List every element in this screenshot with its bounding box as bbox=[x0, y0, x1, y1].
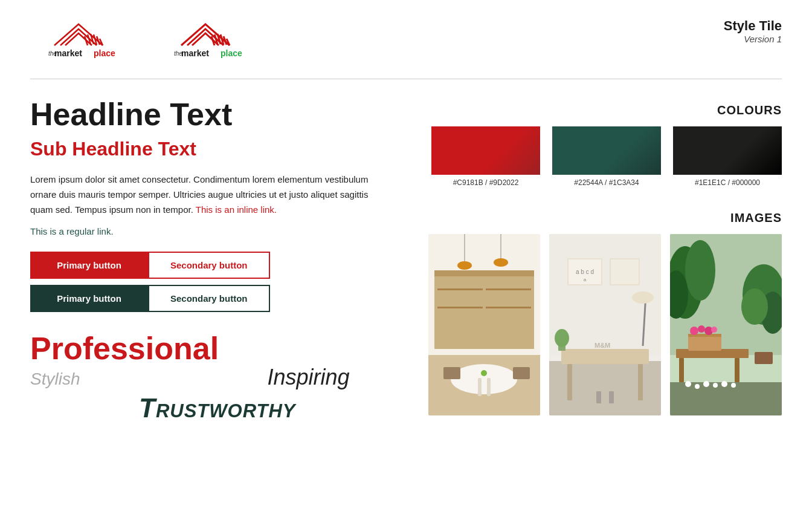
svg-point-68 bbox=[698, 325, 705, 333]
svg-point-70 bbox=[711, 327, 717, 333]
svg-point-79 bbox=[721, 381, 727, 387]
style-tile-label: Style Tile bbox=[724, 18, 782, 34]
style-tile-header: Style Tile Version 1 bbox=[724, 18, 782, 44]
svg-rect-50 bbox=[611, 259, 639, 284]
brand-word-inspiring: Inspiring bbox=[267, 365, 349, 390]
svg-text:a: a bbox=[584, 277, 587, 282]
swatch-black-box bbox=[673, 126, 782, 175]
svg-point-78 bbox=[713, 383, 718, 388]
logos: the market place the market place bbox=[30, 18, 254, 67]
brand-word-professional: Professional bbox=[30, 330, 219, 366]
brand-row-1: Professional bbox=[30, 330, 369, 366]
svg-text:M&M: M&M bbox=[594, 342, 610, 349]
svg-text:place: place bbox=[221, 48, 242, 58]
swatch-green: #22544A / #1C3A34 bbox=[552, 126, 661, 187]
image-kitchen-svg bbox=[428, 234, 540, 415]
main-content: Headline Text Sub Headline Text Lorem ip… bbox=[30, 97, 782, 423]
svg-text:place: place bbox=[94, 48, 115, 58]
colours-section-title: COLOURS bbox=[405, 103, 782, 117]
swatch-red: #C9181B / #9D2022 bbox=[431, 126, 540, 187]
svg-rect-63 bbox=[679, 358, 684, 382]
right-column: COLOURS #C9181B / #9D2022 #22544A / #1C3… bbox=[405, 97, 782, 423]
primary-button-green[interactable]: Primary button bbox=[30, 285, 148, 312]
secondary-button-green[interactable]: Secondary button bbox=[148, 285, 270, 312]
svg-rect-25 bbox=[486, 307, 531, 308]
logo-1: the market place bbox=[30, 18, 127, 67]
headline-text: Headline Text bbox=[30, 97, 369, 132]
svg-point-72 bbox=[685, 240, 715, 301]
svg-rect-34 bbox=[513, 367, 530, 379]
svg-point-67 bbox=[690, 327, 698, 335]
svg-text:market: market bbox=[181, 48, 209, 58]
svg-text:market: market bbox=[54, 48, 82, 58]
svg-rect-64 bbox=[735, 358, 740, 382]
swatch-green-label: #22544A / #1C3A34 bbox=[552, 178, 661, 187]
svg-point-80 bbox=[731, 383, 736, 388]
divider bbox=[30, 79, 782, 79]
svg-rect-32 bbox=[487, 378, 491, 396]
image-grid: a b c d a M&M bbox=[405, 234, 782, 415]
images-section-title: IMAGES bbox=[405, 211, 782, 225]
brand-row-inspiring: Stylish Inspiring bbox=[30, 370, 369, 390]
svg-point-29 bbox=[494, 258, 508, 267]
svg-rect-40 bbox=[567, 364, 572, 400]
image-kitchen bbox=[428, 234, 540, 415]
svg-point-30 bbox=[451, 364, 517, 394]
logo-2: the market place bbox=[157, 18, 254, 67]
svg-rect-24 bbox=[486, 288, 531, 290]
primary-button-red[interactable]: Primary button bbox=[30, 252, 148, 279]
brand-row-trustworthy: Trustworthy bbox=[79, 393, 369, 423]
svg-text:a b c d: a b c d bbox=[576, 269, 594, 275]
button-row-green: Primary button Secondary button bbox=[30, 285, 369, 312]
header: the market place the market place bbox=[30, 18, 782, 67]
buttons-section: Primary button Secondary button Primary … bbox=[30, 252, 369, 312]
svg-point-75 bbox=[685, 381, 691, 387]
colours-section: COLOURS #C9181B / #9D2022 #22544A / #1C3… bbox=[405, 103, 782, 187]
image-office-svg: a b c d a M&M bbox=[549, 234, 661, 415]
swatch-black-label: #1E1E1C / #000000 bbox=[673, 178, 782, 187]
image-plants bbox=[670, 234, 782, 415]
brand-words: Professional Stylish Inspiring Trustwort… bbox=[30, 330, 369, 423]
sub-headline-text: Sub Headline Text bbox=[30, 138, 369, 160]
svg-rect-23 bbox=[437, 307, 483, 308]
regular-link[interactable]: This is a regular link. bbox=[30, 226, 369, 236]
svg-rect-33 bbox=[443, 367, 460, 379]
svg-rect-43 bbox=[596, 391, 601, 403]
secondary-button-red[interactable]: Secondary button bbox=[148, 252, 270, 279]
body-text: Lorem ipsum dolor sit amet consectetur. … bbox=[30, 172, 369, 217]
image-plants-svg bbox=[670, 234, 782, 415]
brand-word-trustworthy: Trustworthy bbox=[139, 393, 295, 423]
svg-rect-39 bbox=[561, 349, 649, 364]
left-column: Headline Text Sub Headline Text Lorem ip… bbox=[30, 97, 381, 423]
svg-rect-42 bbox=[593, 373, 617, 391]
swatch-red-box bbox=[431, 126, 540, 175]
svg-rect-20 bbox=[434, 270, 534, 349]
svg-rect-31 bbox=[478, 378, 482, 396]
swatch-red-label: #C9181B / #9D2022 bbox=[431, 178, 540, 187]
svg-point-60 bbox=[741, 288, 768, 325]
svg-point-53 bbox=[632, 291, 654, 304]
svg-point-35 bbox=[481, 370, 487, 376]
images-section: IMAGES bbox=[405, 211, 782, 415]
svg-point-77 bbox=[703, 381, 709, 387]
button-row-red: Primary button Secondary button bbox=[30, 252, 369, 279]
svg-rect-61 bbox=[755, 352, 773, 364]
version-label: Version 1 bbox=[724, 34, 782, 44]
swatch-green-box bbox=[552, 126, 661, 175]
image-office: a b c d a M&M bbox=[549, 234, 661, 415]
svg-point-55 bbox=[555, 329, 569, 347]
svg-rect-44 bbox=[609, 391, 614, 403]
svg-point-27 bbox=[457, 261, 472, 270]
swatch-black: #1E1E1C / #000000 bbox=[673, 126, 782, 187]
inline-link[interactable]: This is an inline link. bbox=[196, 204, 277, 215]
svg-point-76 bbox=[695, 384, 700, 389]
svg-rect-41 bbox=[638, 364, 643, 400]
svg-rect-21 bbox=[434, 270, 534, 276]
colour-swatches: #C9181B / #9D2022 #22544A / #1C3A34 #1E1… bbox=[405, 126, 782, 187]
brand-word-stylish: Stylish bbox=[30, 370, 80, 389]
svg-rect-74 bbox=[670, 382, 782, 415]
svg-rect-22 bbox=[437, 288, 483, 290]
